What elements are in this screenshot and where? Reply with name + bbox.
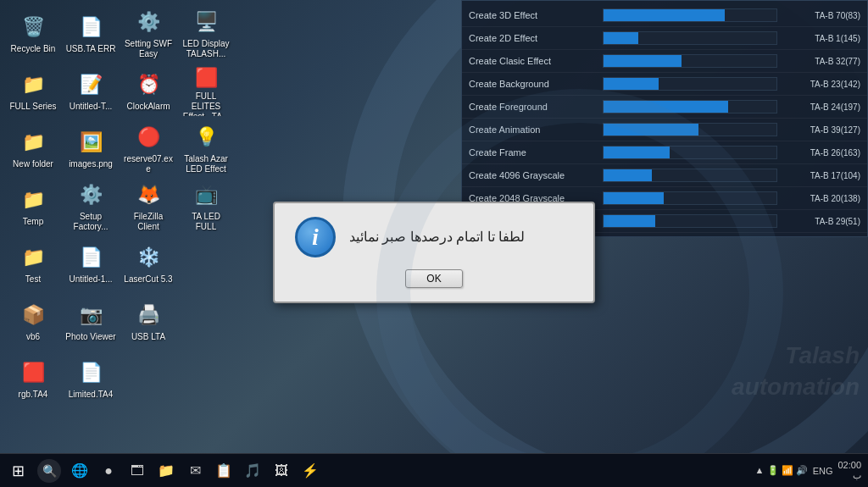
progress-fill-9 <box>604 215 655 227</box>
taskbar-date: ب <box>837 470 861 481</box>
start-button[interactable]: ⊞ <box>0 454 36 487</box>
taskbar-item7[interactable]: 🖼 <box>268 457 295 484</box>
dialog-message: لطفا تا اتمام درصدها صبر نمائید <box>349 229 525 245</box>
progress-fill-5 <box>604 124 698 136</box>
taskbar-mail[interactable]: ✉ <box>181 457 209 484</box>
desktop: 🗑️ Recycle Bin 📄 USB.TA ERR ⚙️ Setting S… <box>0 0 868 453</box>
progress-bar-9 <box>603 214 777 228</box>
progress-fill-8 <box>604 192 664 204</box>
taskbar-time-value: 02:00 <box>837 460 861 470</box>
dialog-info-icon: i <box>295 217 336 257</box>
taskbar-taskview[interactable]: 🗔 <box>124 457 151 484</box>
progress-fill-6 <box>604 147 670 158</box>
dialog-box: i لطفا تا اتمام درصدها صبر نمائید OK <box>273 202 595 303</box>
progress-label-9: Create 1024 Grayscale <box>469 216 596 226</box>
taskbar-clock: 02:00 ب <box>837 460 861 481</box>
progress-label-8: Create 2048 Grayscale <box>469 193 596 203</box>
dialog-overlay: i لطفا تا اتمام درصدها صبر نمائید OK <box>0 0 868 453</box>
taskbar-explorer[interactable]: 📁 <box>153 457 180 484</box>
taskbar-items: 🌐 ● 🗔 📁 ✉ 📋 🎵 🖼 ⚡ <box>63 457 755 484</box>
taskbar-item5[interactable]: 📋 <box>210 457 237 484</box>
progress-label-6: Create Frame <box>469 147 596 158</box>
progress-label-7: Create 4096 Grayscale <box>469 170 596 180</box>
taskbar-chrome[interactable]: ● <box>95 457 122 484</box>
taskbar-item6[interactable]: 🎵 <box>239 457 266 484</box>
taskbar: ⊞ 🔍 🌐 ● 🗔 📁 ✉ 📋 🎵 🖼 ⚡ ▲ 🔋 📶 🔊 ENG 02:00 … <box>0 453 868 487</box>
progress-label-5: Create Animation <box>469 125 596 135</box>
dialog-ok-button[interactable]: OK <box>405 269 462 288</box>
system-tray-icons: ▲ 🔋 📶 🔊 <box>755 465 808 476</box>
taskbar-item8[interactable]: ⚡ <box>297 457 324 484</box>
taskbar-language: ENG <box>813 466 833 476</box>
search-button[interactable]: 🔍 <box>37 459 61 483</box>
taskbar-right: ▲ 🔋 📶 🔊 ENG 02:00 ب <box>755 460 868 481</box>
progress-bar-8 <box>603 191 777 205</box>
progress-fill-7 <box>604 169 652 181</box>
taskbar-edge[interactable]: 🌐 <box>66 457 93 484</box>
